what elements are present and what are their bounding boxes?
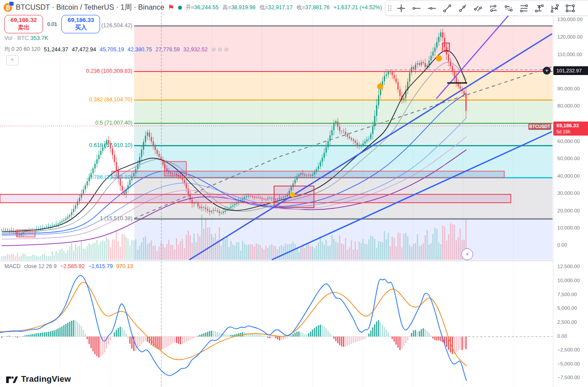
axis-price-label: 130,000.00 xyxy=(557,17,583,22)
macd-values: −2,585.92−1,615.79970.13 xyxy=(60,263,133,269)
horizontal-ray-tool-icon[interactable] xyxy=(410,2,423,14)
ma-disabled-icons: ⊘ ⊘ ⊘ xyxy=(211,46,229,53)
drag-handle[interactable] xyxy=(388,5,392,11)
axis-price-label: 60,000.00 xyxy=(557,139,580,144)
ray-tool-icon[interactable] xyxy=(456,2,469,14)
axis-price-label: −7,500.00 xyxy=(557,375,580,380)
ma-value: 45,705.19 xyxy=(100,47,124,53)
trend-line-tool-icon[interactable] xyxy=(441,2,454,14)
crosshair-tool-icon[interactable] xyxy=(395,2,408,14)
marker-dot[interactable] xyxy=(290,192,295,197)
macd-value: −2,585.92 xyxy=(60,263,85,269)
series-symbol-tag: BTCUSDT xyxy=(528,123,551,130)
fib-level-label: 0.5 (71,007.40) xyxy=(58,120,132,126)
axis-price-label: 90,000.00 xyxy=(557,86,580,91)
add-alert-plus-icon[interactable]: + xyxy=(543,67,551,75)
bitcoin-icon: ₿ xyxy=(4,3,12,12)
fib-level-label: 0.618 (57,910.10) xyxy=(58,142,132,148)
tradingview-logo[interactable]: TradingView xyxy=(6,374,71,384)
macd-name: MACD xyxy=(4,263,21,269)
macd-params: close 12 26 9 xyxy=(24,263,57,269)
ma-values: 51,244.3747,472.9445,705.1942,380.7527,7… xyxy=(44,47,208,53)
drawing-toolbar xyxy=(385,0,588,16)
market-status-icon xyxy=(178,6,182,10)
axis-price-label: 30,000.00 xyxy=(557,190,580,196)
ohlc-values: 开=36,244.55高=38,919.98低=32,917.17收=37,88… xyxy=(185,4,382,11)
ohlc-item: 收=37,881.76 xyxy=(296,4,329,11)
ohlc-item: 开=36,244.55 xyxy=(185,4,218,11)
volume-label: Vol · BTC xyxy=(4,35,29,41)
change-value: +1,637.21 (+4.52%) xyxy=(334,4,382,11)
disjoint-channel-tool-icon[interactable] xyxy=(487,2,500,14)
fib-level-label: 0.786 (39,263.10) xyxy=(58,174,132,180)
fib-bands xyxy=(134,26,552,260)
macd-indicator-row[interactable]: MACD close 12 26 9 −2,585.92−1,615.79970… xyxy=(4,263,133,269)
axis-price-label: 12,500.00 xyxy=(557,264,580,269)
axis-price-label: 20,000.00 xyxy=(557,208,580,213)
parallel-channel-tool-icon[interactable] xyxy=(517,2,531,14)
quick-trade-bolt-icon[interactable]: ⚡ xyxy=(461,248,473,260)
buy-label: 买入 xyxy=(75,24,87,32)
axis-price-label: 50,000.00 xyxy=(557,156,580,161)
collapse-button[interactable]: ^ xyxy=(6,55,18,65)
axis-price-label: 40,000.00 xyxy=(557,173,580,179)
ma-indicator-row[interactable]: 均 0 20 60 120 51,244.3747,472.9445,705.1… xyxy=(4,46,229,53)
buy-button[interactable]: 69,186.33 买入 xyxy=(61,15,100,33)
price-range-tool-icon[interactable] xyxy=(533,2,546,14)
axis-price-label: 0.00 xyxy=(557,242,567,247)
ma-label: 均 0 20 60 120 xyxy=(4,46,40,53)
volume-value: 353.7K xyxy=(30,35,48,41)
last-price-tag: 69,186.335d 16h xyxy=(553,122,588,136)
axis-price-label: 7,500.00 xyxy=(557,292,577,297)
fib-level-label: 0.382 (84,104.70) xyxy=(58,97,132,103)
buy-price: 69,186.33 xyxy=(68,17,94,24)
marker-dot[interactable] xyxy=(436,55,442,61)
axis-price-label: 80,000.00 xyxy=(557,103,580,108)
sell-price: 69,186.32 xyxy=(11,17,37,24)
axis-price-label: 110,000.00 xyxy=(557,52,582,57)
axis-price-label: 5,000.00 xyxy=(557,305,577,311)
extended-line-tool-icon[interactable] xyxy=(471,2,485,14)
sell-label: 卖出 xyxy=(18,24,30,32)
ohlc-item: 低=32,917.17 xyxy=(260,4,292,11)
ma-value: 27,778.59 xyxy=(155,47,180,53)
macd-value: 970.13 xyxy=(116,263,133,269)
countdown: 5d 16h xyxy=(556,129,588,135)
axis-price-label: 0.00 xyxy=(557,333,567,339)
axis-price-label: 10,000.00 xyxy=(557,278,580,283)
flat-channel-tool-icon[interactable] xyxy=(502,2,515,14)
volume-indicator-row[interactable]: Vol · BTC 353.7K xyxy=(4,35,48,41)
fib-level-label: 0.236 (100,309.83) xyxy=(58,68,132,74)
horizontal-line-tool-icon[interactable] xyxy=(425,2,438,14)
macd-pane[interactable] xyxy=(0,275,552,381)
chart-header: ₿ BTCUSDT · Bitcoin / TetherUS · 1周 · Bi… xyxy=(4,3,382,12)
tradingview-logo-text: TradingView xyxy=(21,374,71,384)
chart-canvas[interactable] xyxy=(0,0,588,387)
provider-badge-icon xyxy=(9,1,14,6)
ma-value: 47,472.94 xyxy=(72,47,96,53)
axis-price-label: 2,500.00 xyxy=(557,319,577,325)
ohlc-item: 高=38,919.98 xyxy=(222,4,255,11)
fib-level-label: 1 (15,510.38) xyxy=(58,215,132,222)
crosshair-price-tag: 101,232.97 xyxy=(553,66,588,75)
tradingview-logo-icon xyxy=(6,375,18,383)
symbol-title[interactable]: BTCUSDT · Bitcoin / TetherUS · 1周 · Bina… xyxy=(16,3,164,12)
ma-value: 42,380.75 xyxy=(128,47,152,53)
spread-value: 0.01 xyxy=(47,22,57,27)
sell-button[interactable]: 69,186.32 卖出 xyxy=(4,15,43,33)
macd-histogram xyxy=(1,320,467,358)
marker-dot[interactable] xyxy=(377,83,383,90)
ma-value: 32,932.52 xyxy=(183,47,208,53)
rectangle-tool-icon[interactable] xyxy=(563,2,577,14)
pane-divider[interactable] xyxy=(0,260,588,262)
axis-price-label: −2,500.00 xyxy=(557,347,580,352)
ma-value: 51,244.37 xyxy=(44,47,68,53)
axis-price-label: 10,000.00 xyxy=(557,225,580,230)
axis-price-label: 120,000.00 xyxy=(557,34,583,39)
flag-icon[interactable]: ⚑ xyxy=(168,4,175,11)
macd-value: −1,615.79 xyxy=(88,263,113,269)
axis-price-label: −5,000.00 xyxy=(557,361,580,366)
date-range-tool-icon[interactable] xyxy=(548,2,561,14)
trade-panel: 69,186.32 卖出 0.01 69,186.33 买入 xyxy=(4,15,100,33)
